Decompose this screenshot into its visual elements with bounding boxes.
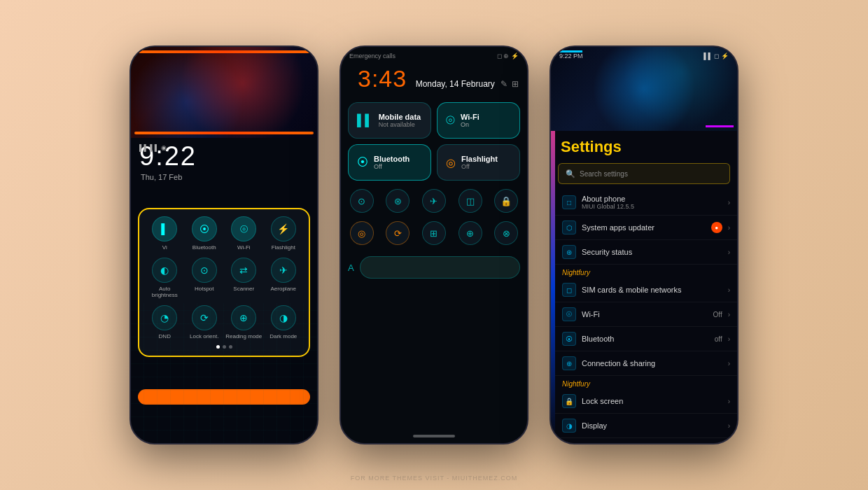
toggle-mobile-data[interactable]: ▌▌ Mobile data Not available <box>348 102 431 139</box>
qp-item-reading[interactable]: ⊕ Reading mode <box>225 305 263 340</box>
p2-status-bar: Emergency calls ◻ ⊕ ⚡ <box>341 47 527 62</box>
chevron-right-icon-8: › <box>728 398 730 405</box>
qp-item-brightness[interactable]: ◐ Auto brightness <box>146 258 184 298</box>
qp-icon-bluetooth: ⦿ <box>192 216 217 241</box>
qp-icon-reading: ⊕ <box>231 305 256 330</box>
bluetooth-settings-text: Bluetooth <box>582 335 709 343</box>
quick-icon-2[interactable]: ⊛ <box>386 189 410 213</box>
toggle-flashlight[interactable]: ◎ Flashlight Off <box>437 144 520 181</box>
section-nightfury-2: Nightfury <box>555 376 737 389</box>
wifi-name: Wi-Fi <box>461 113 479 121</box>
chevron-right-icon-7: › <box>728 360 730 368</box>
quick-icon-7[interactable]: ⟳ <box>386 221 410 245</box>
p2-quick-icons-row1: ⊙ ⊛ ✈ ◫ 🔒 <box>341 181 527 221</box>
quick-icon-8[interactable]: ⊞ <box>422 221 446 245</box>
lockscreen-icon: 🔒 <box>562 394 576 408</box>
qp-item-bluetooth[interactable]: ⦿ Bluetooth <box>185 216 223 251</box>
settings-item-display[interactable]: ◑ Display › <box>555 414 737 438</box>
qp-label-vi: Vi <box>162 244 167 251</box>
p2-quick-icons-row2: ◎ ⟳ ⊞ ⊕ ⊗ <box>341 221 527 251</box>
system-apps-text: System apps updater <box>582 223 706 232</box>
qp-icon-dnd: ◔ <box>152 305 177 330</box>
search-placeholder: Search settings <box>580 170 628 178</box>
about-phone-name: About phone <box>582 195 722 203</box>
wifi-status: On <box>461 121 479 128</box>
p3-time: 9:22 PM <box>559 52 583 59</box>
about-phone-text: About phone MIUI Global 12.5.5 <box>582 195 722 210</box>
qp-label-brightness: Auto brightness <box>146 286 184 298</box>
toggle-wifi[interactable]: ⦾ Wi-Fi On <box>437 102 520 139</box>
security-icon: ⊛ <box>562 245 576 259</box>
qp-icon-flashlight: ⚡ <box>271 216 296 241</box>
p2-header-icons: ✎ ⊞ <box>500 79 519 89</box>
settings-item-bluetooth[interactable]: ⦿ Bluetooth off › <box>555 327 737 351</box>
quick-icon-airplane[interactable]: ✈ <box>422 189 446 213</box>
qp-label-darkmode: Dark mode <box>270 333 297 340</box>
display-name: Display <box>582 421 722 430</box>
qp-label-reading: Reading mode <box>225 333 262 340</box>
quick-icon-4[interactable]: ◫ <box>458 189 482 213</box>
settings-item-about-phone[interactable]: □ About phone MIUI Global 12.5.5 › <box>555 190 737 216</box>
qp-label-aeroplane: Aeroplane <box>271 286 296 292</box>
qp-label-scanner: Scanner <box>233 286 254 292</box>
qp-item-flashlight[interactable]: ⚡ Flashlight <box>264 216 302 251</box>
qp-item-hotspot[interactable]: ⊙ Hotspot <box>185 258 223 298</box>
wifi-text: Wi-Fi On <box>461 113 479 128</box>
qp-item-lockrotate[interactable]: ⟳ Lock orient. <box>185 305 223 340</box>
update-badge: ● <box>711 222 722 233</box>
mobile-data-icon: ▌▌ <box>357 114 373 127</box>
settings-item-system-apps[interactable]: ⬡ System apps updater ● › <box>555 216 737 240</box>
qp-label-bluetooth: Bluetooth <box>192 244 216 251</box>
security-name: Security status <box>582 248 722 256</box>
wifi-settings-text: Wi-Fi <box>582 310 708 318</box>
watermark: FOR MORE THEMES VISIT - MIUITHEMEZ.COM <box>351 475 518 482</box>
qp-icon-wifi: ⦾ <box>231 216 256 241</box>
quick-icon-6[interactable]: ◎ <box>350 221 374 245</box>
quick-icon-10[interactable]: ⊗ <box>494 221 518 245</box>
qp-label-flashlight: Flashlight <box>272 244 295 251</box>
p2-battery-icons: ◻ ⊕ ⚡ <box>497 52 519 59</box>
settings-item-security[interactable]: ⊛ Security status › <box>555 240 737 265</box>
p2-grid-icon[interactable]: ⊞ <box>512 79 519 89</box>
connection-text: Connection & sharing <box>582 359 722 368</box>
quick-icon-9[interactable]: ⊕ <box>458 221 482 245</box>
wifi-icon: ⦾ <box>446 114 455 127</box>
hero-bottom-line <box>134 132 314 134</box>
p3-side-decoration <box>551 131 555 443</box>
brightness-slider[interactable] <box>138 389 310 405</box>
qp-item-darkmode[interactable]: ◑ Dark mode <box>264 305 302 340</box>
p3-hero-image: 9:22 PM ▌▌ ◻ ⚡ <box>551 47 737 131</box>
qp-item-scanner[interactable]: ⇄ Scanner <box>225 258 263 298</box>
settings-item-lockscreen[interactable]: 🔒 Lock screen › <box>555 389 737 414</box>
settings-item-sim[interactable]: ◻ SIM cards & mobile networks › <box>555 278 737 302</box>
toggle-bluetooth[interactable]: ⦿ Bluetooth Off <box>348 144 431 181</box>
qp-row-2: ◐ Auto brightness ⊙ Hotspot ⇄ Scanner ✈ … <box>145 258 303 298</box>
qp-item-dnd[interactable]: ◔ DND <box>146 305 184 340</box>
qp-item-aeroplane[interactable]: ✈ Aeroplane <box>264 258 302 298</box>
quick-icon-1[interactable]: ⊙ <box>350 189 374 213</box>
display-text: Display <box>582 421 722 430</box>
settings-search[interactable]: 🔍 Search settings <box>558 163 730 184</box>
wifi-settings-name: Wi-Fi <box>582 310 708 318</box>
bluetooth-name: Bluetooth <box>374 155 410 163</box>
qp-item-wifi[interactable]: ⦾ Wi-Fi <box>225 216 263 251</box>
mobile-data-status: Not available <box>379 121 421 128</box>
dot-2 <box>223 345 226 349</box>
mobile-data-text: Mobile data Not available <box>379 113 421 128</box>
p2-search-bar[interactable] <box>360 256 520 279</box>
system-apps-name: System apps updater <box>582 223 706 232</box>
settings-item-sound[interactable]: ◎ Sound & vibration › <box>555 438 737 443</box>
page-dots <box>145 345 303 349</box>
display-icon: ◑ <box>562 419 576 433</box>
p2-edit-icon[interactable]: ✎ <box>500 79 507 89</box>
phone1-hero <box>131 47 317 138</box>
qp-item-vi[interactable]: ▌ Vi <box>146 216 184 251</box>
hero-top-line <box>134 50 314 53</box>
about-phone-sub: MIUI Global 12.5.5 <box>582 203 722 210</box>
security-text: Security status <box>582 248 722 256</box>
settings-item-connection[interactable]: ⊕ Connection & sharing › <box>555 351 737 376</box>
chevron-right-icon: › <box>728 199 730 206</box>
quick-icon-5[interactable]: 🔒 <box>494 189 518 213</box>
settings-item-wifi[interactable]: ⦾ Wi-Fi Off › <box>555 302 737 327</box>
keyboard-icon: A <box>348 262 354 273</box>
